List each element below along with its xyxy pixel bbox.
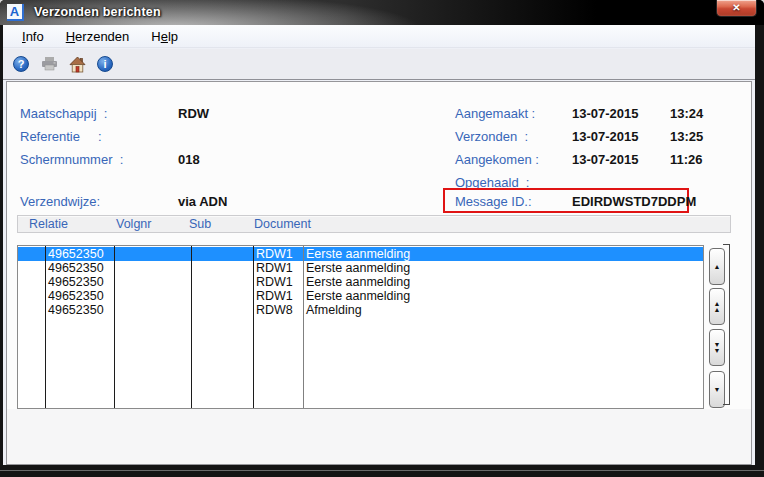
label-aangekomen: Aangekomen : (455, 152, 539, 167)
menu-item-herzenden[interactable]: Herzenden (58, 27, 138, 46)
cell-doc-name: Eerste aanmelding (306, 261, 410, 275)
cell-relatie: 49652350 (48, 247, 104, 261)
table-row[interactable]: 49652350 RDW8 Afmelding (18, 303, 703, 317)
table-row[interactable]: 49652350 RDW1 Eerste aanmelding (18, 261, 703, 275)
column-header-relatie[interactable]: Relatie (29, 217, 68, 231)
help-button[interactable]: ? (12, 55, 30, 73)
label-verzendwijze: Verzendwijze: (20, 194, 100, 209)
cell-doc-name: Eerste aanmelding (306, 289, 410, 303)
value-verzonden-time: 13:25 (670, 129, 703, 144)
grid-line (114, 246, 115, 408)
menu-label-accel: H (66, 29, 75, 44)
toolbar: ? (3, 49, 755, 80)
menu-label-part: H (151, 29, 160, 44)
value-schermnummer: 018 (178, 152, 200, 167)
value-verzonden-date: 13-07-2015 (572, 129, 639, 144)
value-maatschappij: RDW (178, 106, 209, 121)
cell-doc-code: RDW1 (256, 275, 293, 289)
label-aangemaakt: Aangemaakt : (455, 106, 535, 121)
cell-doc-code: RDW1 (256, 247, 293, 261)
menu-item-help[interactable]: Help (143, 27, 186, 46)
window-frame-line (0, 470, 764, 471)
column-header-document[interactable]: Document (254, 217, 311, 231)
main-panel: Maatschappij : RDW Referentie : Schermnu… (6, 81, 752, 465)
menu-bar: Info Herzenden Help (3, 25, 755, 48)
window-title: Verzonden berichten (34, 5, 161, 19)
grid-line (45, 246, 46, 408)
cell-doc-name: Eerste aanmelding (306, 247, 410, 261)
message-list: 49652350 RDW1 Eerste aanmelding 49652350… (17, 245, 704, 409)
value-verzendwijze: via ADN (178, 194, 227, 209)
close-icon: ✕ (732, 2, 740, 13)
column-header-sub[interactable]: Sub (189, 217, 211, 231)
app-logo-letter: A (10, 4, 19, 19)
grid-line (191, 246, 192, 408)
table-row[interactable]: 49652350 RDW1 Eerste aanmelding (18, 247, 703, 261)
menu-item-info[interactable]: Info (14, 27, 52, 46)
label-maatschappij: Maatschappij : (20, 106, 107, 121)
window-body: Info Herzenden Help ? (3, 25, 755, 465)
info-icon: i (97, 56, 113, 72)
value-aangemaakt-time: 13:24 (670, 106, 703, 121)
table-row[interactable]: 49652350 RDW1 Eerste aanmelding (18, 289, 703, 303)
grid-line (253, 246, 254, 408)
menu-label-part: lp (168, 29, 178, 44)
value-aangemaakt-date: 13-07-2015 (572, 106, 639, 121)
label-message-id: Message ID.: (455, 194, 532, 209)
table-header: Relatie Volgnr Sub Document (17, 215, 731, 233)
info-button[interactable]: i (96, 55, 114, 73)
cell-relatie: 49652350 (48, 289, 104, 303)
column-header-volgnr[interactable]: Volgnr (116, 217, 151, 231)
arrow-down-icon: ▼ (714, 348, 721, 354)
value-aangekomen-time: 11:26 (670, 152, 703, 167)
cell-doc-code: RDW1 (256, 289, 293, 303)
menu-label-accel: e (161, 29, 168, 44)
label-verzonden: Verzonden : (455, 129, 528, 144)
menu-label-part: nfo (26, 29, 44, 44)
value-aangekomen-date: 13-07-2015 (572, 152, 639, 167)
cell-doc-code: RDW8 (256, 303, 293, 317)
cell-relatie: 49652350 (48, 261, 104, 275)
panel-bottom-area (7, 409, 751, 464)
cell-relatie: 49652350 (48, 303, 104, 317)
close-button[interactable]: ✕ (716, 0, 757, 17)
home-icon (69, 56, 86, 73)
menu-label-part: erzenden (75, 29, 129, 44)
cell-doc-name: Eerste aanmelding (306, 275, 410, 289)
label-referentie: Referentie : (20, 129, 102, 144)
arrow-down-icon: ▼ (714, 387, 721, 393)
arrow-up-icon: ▲ (714, 307, 721, 313)
home-button[interactable] (68, 55, 86, 73)
table-row[interactable]: 49652350 RDW1 Eerste aanmelding (18, 275, 703, 289)
label-schermnummer: Schermnummer : (20, 152, 123, 167)
app-window: A Verzonden berichten ✕ Info Herzenden H… (0, 0, 764, 477)
app-logo-icon: A (7, 4, 24, 21)
title-bar[interactable]: A Verzonden berichten ✕ (0, 0, 764, 25)
printer-icon (41, 56, 58, 72)
cell-doc-name: Afmelding (306, 303, 362, 317)
grid-line (303, 246, 304, 408)
help-icon: ? (13, 56, 29, 72)
cell-doc-code: RDW1 (256, 261, 293, 275)
arrow-up-icon: ▲ (714, 264, 721, 270)
print-button[interactable] (40, 55, 58, 73)
value-message-id: EDIRDWSTD7DDPM (572, 194, 696, 209)
nav-buttons-bracket (723, 244, 730, 405)
cell-relatie: 49652350 (48, 275, 104, 289)
